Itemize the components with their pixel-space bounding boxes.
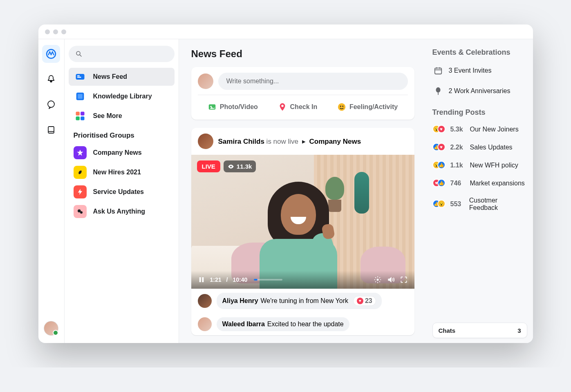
sidebar-groups-title: Prioritised Groups xyxy=(69,127,175,142)
sidebar-group-service-updates[interactable]: Service Updates xyxy=(69,183,175,201)
sidebar-group-new-hires[interactable]: New Hires 2021 xyxy=(69,163,175,181)
reaction-icons: ♥👍 xyxy=(432,179,446,188)
svg-rect-25 xyxy=(434,68,441,74)
post-header: Samira Childs is now live ▸ Company News xyxy=(191,128,414,155)
search-input[interactable] xyxy=(69,46,175,62)
current-user-avatar[interactable] xyxy=(44,321,58,336)
sidebar-nav-label: See More xyxy=(93,112,122,120)
sidebar-nav-news-feed[interactable]: News Feed xyxy=(69,68,175,86)
trending-post[interactable]: ♥👍 746 Market expansions xyxy=(432,176,526,191)
video-volume-button[interactable] xyxy=(387,276,395,284)
svg-point-1 xyxy=(48,101,54,107)
post-status-text: is now live xyxy=(266,138,298,145)
rail-messages[interactable] xyxy=(42,96,60,114)
chats-bar[interactable]: Chats 3 xyxy=(432,323,527,338)
rail-notifications[interactable] xyxy=(42,70,60,88)
sidebar-group-company-news[interactable]: Company News xyxy=(69,144,175,162)
comment-bubble[interactable]: Waleed Ibarra Excited to hear the update xyxy=(217,317,349,331)
pause-button[interactable] xyxy=(198,276,205,283)
feed-column: News Feed Write something... Photo/Video xyxy=(179,39,427,343)
live-comment: Aliya Henry We're tuning in from New Yor… xyxy=(191,289,414,313)
viewer-count-badge: 11.3k xyxy=(224,160,256,172)
sidebar-nav-see-more[interactable]: See More xyxy=(69,107,175,125)
trending-count: 2.2k xyxy=(450,144,466,151)
svg-point-21 xyxy=(230,166,232,167)
svg-rect-23 xyxy=(202,277,204,282)
window-dot xyxy=(61,29,66,34)
balloon-icon xyxy=(432,85,444,97)
search-icon xyxy=(75,50,83,58)
composer-action-feeling[interactable]: Feeling/Activity xyxy=(333,100,402,114)
app-window: News Feed Knowledge Library See More Pri… xyxy=(38,24,533,343)
knowledge-library-icon xyxy=(74,90,87,103)
star-icon xyxy=(74,146,87,159)
trending-post[interactable]: 😮♥ 5.3k Our New Joiners xyxy=(432,122,526,137)
svg-point-20 xyxy=(342,106,343,107)
sidebar-group-ask-us-anything[interactable]: Ask Us Anything xyxy=(69,203,175,220)
composer-avatar[interactable] xyxy=(198,74,213,89)
svg-rect-10 xyxy=(81,112,84,116)
commenter-avatar[interactable] xyxy=(198,294,212,308)
svg-point-24 xyxy=(376,278,378,281)
video-player[interactable]: LIVE 11.3k 1:21 / 10: xyxy=(191,155,414,289)
trending-count: 1.1k xyxy=(450,162,466,169)
event-invites-link[interactable]: 3 Event Invites xyxy=(432,62,526,80)
svg-point-16 xyxy=(210,106,212,107)
feeling-icon xyxy=(337,102,346,111)
trending-label: Our New Joiners xyxy=(470,126,519,133)
trending-post[interactable]: 😮👍 1.1k New WFH policy xyxy=(432,158,526,173)
trending-label: Sales Updates xyxy=(470,144,513,151)
right-column: Events & Celebrations 3 Event Invites 2 … xyxy=(427,39,533,343)
svg-rect-9 xyxy=(76,112,79,116)
post-author-avatar[interactable] xyxy=(198,134,213,149)
sidebar-nav-knowledge-library[interactable]: Knowledge Library xyxy=(69,87,175,105)
commenter-avatar[interactable] xyxy=(198,317,212,331)
workplace-icon xyxy=(46,49,56,59)
caret-right-icon: ▸ xyxy=(302,137,306,146)
work-anniversaries-link[interactable]: 2 Work Anniversaries xyxy=(432,82,526,100)
svg-point-26 xyxy=(436,87,440,93)
sidebar-group-label: Service Updates xyxy=(93,188,144,196)
bolt-icon xyxy=(74,185,87,198)
window-titlebar xyxy=(38,24,533,39)
svg-point-14 xyxy=(80,211,83,214)
svg-rect-11 xyxy=(76,116,79,120)
composer-input[interactable]: Write something... xyxy=(218,73,408,90)
live-post-card: Samira Childs is now live ▸ Company News xyxy=(191,128,414,335)
post-destination[interactable]: Company News xyxy=(309,138,361,145)
trending-count: 746 xyxy=(450,180,466,187)
svg-rect-22 xyxy=(199,277,201,282)
comment-reaction-pill[interactable]: ♥ 23 xyxy=(353,296,376,306)
rail-library[interactable] xyxy=(42,121,60,139)
trending-post[interactable]: 👍♥ 2.2k Sales Updates xyxy=(432,140,526,155)
video-controls: 1:21 / 10:40 xyxy=(191,271,414,289)
reaction-icons: 👍😮 xyxy=(432,200,446,209)
video-fullscreen-button[interactable] xyxy=(400,276,408,284)
check-in-icon xyxy=(278,102,287,111)
composer-action-photo-video[interactable]: Photo/Video xyxy=(204,100,262,114)
composer-action-check-in[interactable]: Check In xyxy=(274,100,322,114)
composer-action-label: Photo/Video xyxy=(220,103,258,111)
comment-bubble[interactable]: Aliya Henry We're tuning in from New Yor… xyxy=(217,293,382,309)
trending-label: New WFH policy xyxy=(470,162,518,169)
svg-point-19 xyxy=(340,106,341,107)
bell-icon xyxy=(46,74,56,84)
video-settings-button[interactable] xyxy=(374,276,382,284)
trending-post[interactable]: 👍😮 553 Cusotmer Feedback xyxy=(432,194,526,215)
composer-action-label: Feeling/Activity xyxy=(349,103,398,111)
main-area: News Feed Write something... Photo/Video xyxy=(179,39,533,343)
sidebar-nav-label: News Feed xyxy=(93,73,128,80)
events-title: Events & Celebrations xyxy=(432,48,526,57)
video-progress-bar[interactable] xyxy=(254,279,282,281)
volume-icon xyxy=(387,276,395,284)
rail-app-logo[interactable] xyxy=(42,45,60,63)
svg-rect-8 xyxy=(78,94,83,99)
reaction-icons: 😮♥ xyxy=(432,125,446,134)
reaction-icons: 👍♥ xyxy=(432,143,446,152)
chats-label: Chats xyxy=(439,327,456,334)
video-top-overlay: LIVE 11.3k xyxy=(197,160,256,172)
commenter-name: Aliya Henry xyxy=(222,297,258,305)
post-author-name[interactable]: Samira Childs xyxy=(218,138,264,145)
reaction-icons: 😮👍 xyxy=(432,161,446,170)
fullscreen-icon xyxy=(400,276,408,284)
